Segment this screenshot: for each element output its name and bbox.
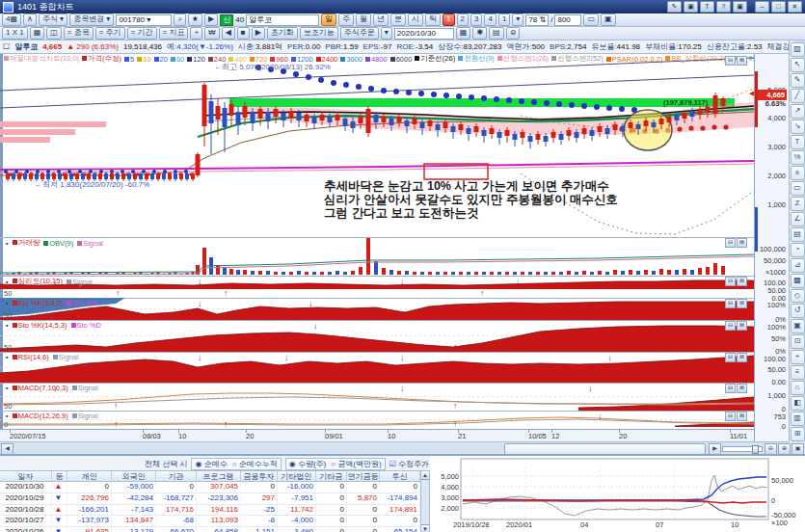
panel-close-button[interactable]: ⊠ <box>737 384 747 393</box>
link-주기[interactable]: = 주기 <box>95 27 125 40</box>
symbol-change-select[interactable]: 종목변경 ▾ <box>69 13 114 26</box>
radio-unit-0[interactable]: ◉ 수량(주) <box>289 459 327 469</box>
draw-tool-icon-15[interactable]: ▩ <box>791 274 805 288</box>
table-row[interactable]: 2020/10/30▲0-59,0000307,0450-16,000000 <box>0 482 420 493</box>
layout-button[interactable]: 1 X 1 <box>2 27 28 40</box>
panel-close-button[interactable]: ⊠ <box>737 412 747 421</box>
minimize-button[interactable]: – <box>755 1 769 13</box>
panel-close-button[interactable]: ⊠ <box>737 238 747 248</box>
tick-count-tab-0[interactable]: 1 <box>443 13 454 26</box>
draw-tool-icon-14[interactable]: ⊿ <box>791 258 805 273</box>
draw-tool-icon-6[interactable]: T <box>791 135 805 149</box>
draw-tool-icon-5[interactable]: ↘ <box>791 120 805 134</box>
table-row[interactable]: 2020/10/27▼-137,973134,847-68113,093-8-4… <box>0 516 420 527</box>
draw-tool-icon-0[interactable]: ▨ <box>791 42 805 57</box>
titlebar-tool-icon-1[interactable]: ▣ <box>684 1 698 13</box>
tick-count-tab-3[interactable]: 4 <box>484 13 496 26</box>
panel-minimize-button[interactable]: ⊟ <box>725 299 736 308</box>
nav-next-button[interactable]: ▶ <box>252 27 265 40</box>
button-보조기능[interactable]: 보조기능 <box>300 27 338 40</box>
indicator-panels-chart[interactable]: ↓↑↓↑↓↑↓↑↓↑↓↑↑↓↑↓↓↑↓↑↓↓↑↓↑↓↓↑↑↑↓↓ <box>0 237 754 429</box>
button-주식주문[interactable]: 주식주문 <box>340 27 379 40</box>
draw-tool-icon-7[interactable]: % <box>791 150 805 165</box>
period-tab-주[interactable]: 주 <box>338 13 354 26</box>
draw-tool-icon-11[interactable]: ∠ <box>791 212 805 226</box>
link-chain-icon[interactable]: ⊜ <box>506 27 521 40</box>
info-checkbox[interactable]: ☐ <box>3 42 10 51</box>
grid-mode-button[interactable]: 4▦ <box>2 13 21 26</box>
draw-tool-icon-25[interactable]: ⊞ <box>791 427 805 441</box>
settings-icon[interactable]: ✱ <box>472 27 487 40</box>
draw-tool-icon-3[interactable]: ╱ <box>791 89 805 103</box>
calendar-icon[interactable]: ▦ <box>456 27 471 40</box>
draw-tool-icon-16[interactable]: ◇ <box>791 289 805 304</box>
link-기간[interactable]: = 기간 <box>127 27 157 40</box>
draw-tool-icon-4[interactable]: ↗ <box>791 104 805 119</box>
draw-tool-icon-1[interactable]: ↖ <box>791 58 805 72</box>
tick-count-tab-2[interactable]: 3 <box>470 13 482 26</box>
tick-count-tab-1[interactable]: 2 <box>457 13 469 26</box>
draw-tool-icon-19[interactable]: ⊡ <box>791 334 805 349</box>
close-button[interactable]: ✕ <box>788 1 802 13</box>
toolbar1-tail-icon-0[interactable]: ▭ <box>583 13 599 26</box>
link-종목[interactable]: = 종목 <box>64 27 94 40</box>
maximize-button[interactable]: □ <box>771 1 786 13</box>
grid-icon[interactable]: ▦ <box>30 27 45 40</box>
draw-tool-icon-18[interactable]: ▣ <box>791 319 805 333</box>
draw-tool-icon-13[interactable]: ◔ <box>791 243 805 257</box>
collapse-button[interactable]: ∧ <box>23 13 37 26</box>
panel-close-button[interactable]: ⊠ <box>737 321 747 331</box>
list-icon[interactable]: ▤ <box>489 27 504 40</box>
tick-dropdown[interactable]: ▾ <box>512 13 523 26</box>
zoom-slider-handle[interactable] <box>752 445 759 454</box>
play-icon[interactable]: ▶ <box>204 13 218 26</box>
period-tab-월[interactable]: 월 <box>356 13 371 26</box>
titlebar-tool-icon-3[interactable]: ? <box>716 1 731 13</box>
draw-tool-icon-24[interactable]: ▥ <box>791 412 805 426</box>
draw-tool-icon-23[interactable]: ◧ <box>791 396 805 411</box>
draw-tool-icon-10[interactable]: Z <box>791 197 805 211</box>
link-지표[interactable]: = 지표 <box>159 27 189 40</box>
nav-prev-button[interactable]: ◀ <box>222 27 235 40</box>
bar-total-input[interactable]: 800 <box>554 14 581 26</box>
draw-tool-icon-20[interactable]: + <box>791 350 805 364</box>
titlebar-tool-icon-2[interactable]: T <box>700 1 714 13</box>
table-scrollbar[interactable]: ▲ ▼ <box>420 470 430 532</box>
panel-minimize-button[interactable]: ⊟ <box>725 353 736 362</box>
panel-minimize-button[interactable]: ⊟ <box>725 238 736 248</box>
period-tab-틱[interactable]: 틱 <box>425 13 441 26</box>
bar-count-spinner[interactable]: 78 ⇅ <box>525 14 549 26</box>
investor-trend-chart[interactable]: 주가개인기관외국인 5,0004,0003,0002,00050,0000-50… <box>430 456 805 532</box>
period-tab-년[interactable]: 년 <box>373 13 389 26</box>
table-scroll-down[interactable]: ▼ <box>421 524 429 532</box>
search-icon[interactable]: ⌕ <box>174 13 185 26</box>
panel-close-button[interactable]: ⊠ <box>737 299 747 308</box>
draw-tool-icon-17[interactable]: ↺ <box>791 304 805 318</box>
button-초기화[interactable]: 초기화 <box>267 27 298 40</box>
main-chart-minimize-button[interactable]: ⊟ <box>725 56 736 66</box>
panel-minimize-button[interactable]: ⊟ <box>725 384 736 393</box>
favorite-star-icon[interactable]: ★ <box>188 13 202 26</box>
table-row[interactable]: 2020/10/28▲-166,201-7,143174,716194,116-… <box>0 505 420 517</box>
panel-minimize-button[interactable]: ⊟ <box>725 412 736 421</box>
date-input[interactable]: 2020/10/30 <box>394 28 454 40</box>
draw-tool-icon-21[interactable]: ≡ <box>791 365 805 380</box>
draw-tool-icon-22[interactable]: ⌂ <box>791 381 805 395</box>
table-row[interactable]: 2020/10/29▼226,796-42,284-168,727-223,30… <box>0 493 420 505</box>
radio-netbuy-1[interactable]: ○ 순매수누적 <box>232 459 278 469</box>
draw-tool-icon-9[interactable]: ▭ <box>791 181 805 196</box>
draw-tool-icon-12[interactable]: ▤ <box>791 227 805 242</box>
draw-tool-icon-2[interactable]: ✎ <box>791 73 805 88</box>
table-row[interactable]: 2020/10/26▼91,635-13,179-66,670-64,858-1… <box>0 527 420 532</box>
panel-close-button[interactable]: ⊠ <box>737 277 747 286</box>
table-scroll-up[interactable]: ▲ <box>421 471 429 480</box>
won-currency-icon[interactable]: ₩ <box>204 27 220 40</box>
symbol-code-input[interactable]: 001780 ▾ <box>116 14 172 26</box>
main-chart-close-button[interactable]: ⊠ <box>737 56 747 66</box>
order-dropdown[interactable]: ▾ <box>381 27 392 40</box>
chart-scrollbar[interactable]: ◀ ▶ ⊖⊕▣ <box>0 441 789 454</box>
tick-count-tab-4[interactable]: 1 <box>498 13 510 26</box>
zoom-slider-track[interactable] <box>722 446 763 452</box>
period-tab-시[interactable]: 시 <box>408 13 423 26</box>
adjusted-price-checkbox[interactable]: ☑ 수정주가 <box>389 459 429 469</box>
